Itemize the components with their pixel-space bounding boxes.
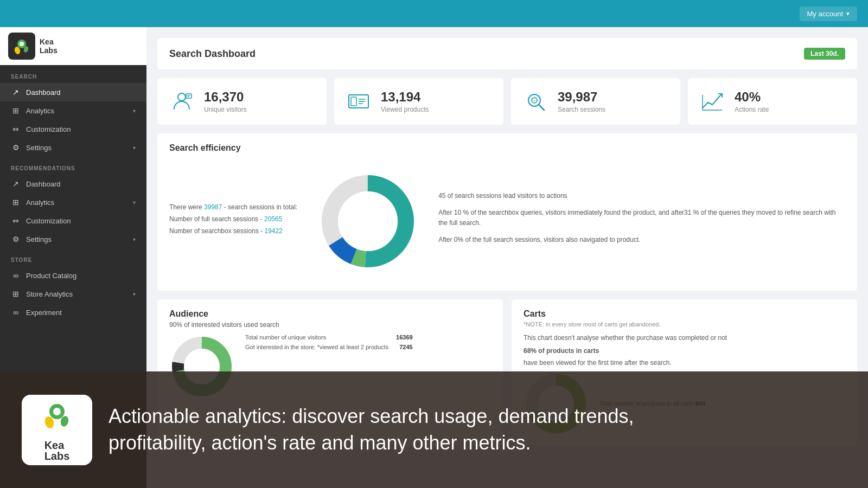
chevron-down-icon: ▾	[133, 108, 136, 114]
overlay-tagline: Actionable analytics: discover search us…	[108, 403, 634, 456]
chevron-down-icon: ▾	[133, 236, 136, 242]
arrows-icon: ⇔	[11, 216, 21, 225]
unique-visitors-label: Unique visitors	[204, 106, 247, 113]
main-layout: Kea Labs SEARCH ↗ Dashboard ⊞ Analytics …	[0, 27, 868, 488]
svg-point-2	[20, 42, 24, 46]
chevron-down-icon: ▾	[133, 145, 136, 151]
search-sessions-value: 39,987	[558, 89, 605, 105]
last-30d-badge[interactable]: Last 30d.	[804, 48, 845, 60]
carts-note-2: This chart doesn't analyse whether the p…	[524, 334, 845, 342]
dashboard-title: Search Dashboard	[169, 48, 256, 60]
efficiency-title: Search efficiency	[169, 143, 845, 153]
svg-point-35	[53, 408, 61, 415]
arrows-icon: ⇔	[11, 125, 21, 133]
sidebar-item-label: Store Analytics	[26, 290, 73, 298]
overlay-logo: KeaLabs	[22, 395, 92, 465]
svg-point-26	[338, 191, 398, 251]
search-icon	[522, 88, 549, 115]
efficiency-stat-1: There were 39987 - search sessions in to…	[169, 203, 297, 211]
efficiency-notes: 45 of search sessions lead visitors to a…	[438, 191, 845, 252]
audience-legend-value-1: 16369	[396, 334, 413, 341]
efficiency-note-1: 45 of search sessions lead visitors to a…	[438, 191, 845, 201]
gear-icon: ⚙	[11, 143, 21, 152]
logo-text-kea: Kea	[40, 37, 58, 46]
chevron-down-icon: ▾	[133, 291, 136, 297]
sidebar-item-label: Settings	[26, 235, 52, 243]
sidebar-item-rec-customization[interactable]: ⇔ Customization	[0, 211, 146, 230]
link-icon: ∞	[11, 271, 21, 280]
sidebar-item-label: Customization	[26, 217, 71, 225]
carts-title: Carts	[524, 309, 845, 319]
audience-legend-value-2: 7245	[399, 344, 412, 350]
sidebar-item-product-catalog[interactable]: ∞ Product Catalog	[0, 266, 146, 285]
logo-icon	[8, 33, 35, 60]
sidebar-item-dashboard[interactable]: ↗ Dashboard	[0, 83, 146, 101]
sidebar-item-label: Dashboard	[26, 180, 61, 188]
sidebar-item-label: Customization	[26, 125, 71, 133]
search-sessions-label: Search sessions	[558, 106, 605, 113]
grid-icon: ⊞	[11, 198, 21, 207]
audience-stat: 90% of interested visitors used search	[169, 321, 491, 329]
audience-legend-label-1: Total number of unique visitors	[245, 334, 326, 341]
stat-card-actions-rate: 40% Actions rate	[688, 78, 857, 125]
overlay-logo-text: KeaLabs	[44, 440, 70, 461]
svg-rect-11	[351, 97, 356, 106]
actions-rate-label: Actions rate	[735, 106, 769, 113]
sidebar-item-label: Analytics	[26, 107, 54, 115]
sidebar-item-label: Settings	[26, 144, 52, 152]
efficiency-note-3: After 0% of the full search sessions, vi…	[438, 235, 845, 245]
chevron-down-icon: ▾	[133, 200, 136, 206]
sidebar-item-customization[interactable]: ⇔ Customization	[0, 120, 146, 138]
search-efficiency-card: Search efficiency There were 39987 - sea…	[157, 133, 857, 291]
viewed-products-label: Viewed products	[381, 106, 429, 113]
recommendations-section-label: RECOMMENDATIONS	[0, 157, 146, 175]
sidebar-item-rec-dashboard[interactable]: ↗ Dashboard	[0, 175, 146, 193]
stat-card-search-sessions: 39,987 Search sessions	[511, 78, 680, 125]
unique-visitors-value: 16,370	[204, 89, 247, 105]
efficiency-stats: There were 39987 - search sessions in to…	[169, 203, 297, 239]
carts-stat-2: have been viewed for the first time afte…	[524, 359, 845, 367]
sidebar-item-label: Experiment	[26, 309, 62, 317]
grid-icon: ⊞	[11, 106, 21, 115]
products-icon	[345, 88, 372, 115]
grid-icon: ⊞	[11, 290, 21, 298]
chart-icon	[699, 88, 726, 115]
efficiency-note-2: After 10 % of the searchbox queries, vis…	[438, 208, 845, 228]
carts-stat-1: 68% of products in carts	[524, 347, 845, 355]
logo-text-labs: Labs	[40, 46, 58, 55]
efficiency-stat-3: Number of searchbox sessions - 19422	[169, 227, 297, 235]
sidebar-item-settings[interactable]: ⚙ Settings ▾	[0, 138, 146, 157]
person-icon	[168, 88, 195, 115]
audience-legend-label-2: Got interested in the store: *viewed at …	[245, 344, 388, 350]
stat-card-unique-visitors: 16,370 Unique visitors	[157, 78, 327, 125]
sidebar-item-rec-settings[interactable]: ⚙ Settings ▾	[0, 230, 146, 248]
search-section-label: SEARCH	[0, 65, 146, 83]
sidebar-item-label: Analytics	[26, 198, 54, 207]
sidebar-item-analytics[interactable]: ⊞ Analytics ▾	[0, 101, 146, 120]
sidebar-item-store-analytics[interactable]: ⊞ Store Analytics ▾	[0, 285, 146, 303]
efficiency-donut-chart	[314, 167, 422, 275]
audience-title: Audience	[169, 309, 491, 319]
my-account-button[interactable]: My account	[800, 7, 857, 21]
overlay-logo-icon	[41, 399, 73, 438]
stat-card-viewed-products: 13,194 Viewed products	[334, 78, 503, 125]
store-section-label: STORE	[0, 248, 146, 266]
sidebar-item-experiment[interactable]: ∞ Experiment	[0, 303, 146, 322]
top-header: My account	[0, 0, 868, 27]
sidebar-logo: Kea Labs	[0, 27, 146, 65]
link-icon: ∞	[11, 308, 21, 317]
trend-icon: ↗	[11, 179, 21, 188]
sidebar-item-rec-analytics[interactable]: ⊞ Analytics ▾	[0, 193, 146, 211]
audience-legend: Total number of unique visitors 16369 Go…	[245, 334, 413, 354]
efficiency-stat-2: Number of full search sessions - 20565	[169, 215, 297, 223]
gear-icon: ⚙	[11, 235, 21, 243]
sidebar-item-label: Product Catalog	[26, 272, 76, 280]
carts-note-1: *NOTE: in every store most of carts get …	[524, 321, 845, 328]
sidebar-item-label: Dashboard	[26, 88, 61, 97]
viewed-products-value: 13,194	[381, 89, 429, 105]
trend-icon: ↗	[11, 88, 21, 97]
svg-line-16	[539, 105, 544, 110]
actions-rate-value: 40%	[735, 89, 769, 105]
dashboard-header-card: Search Dashboard Last 30d.	[157, 38, 857, 69]
overlay-footer: KeaLabs Actionable analytics: discover s…	[0, 371, 868, 488]
